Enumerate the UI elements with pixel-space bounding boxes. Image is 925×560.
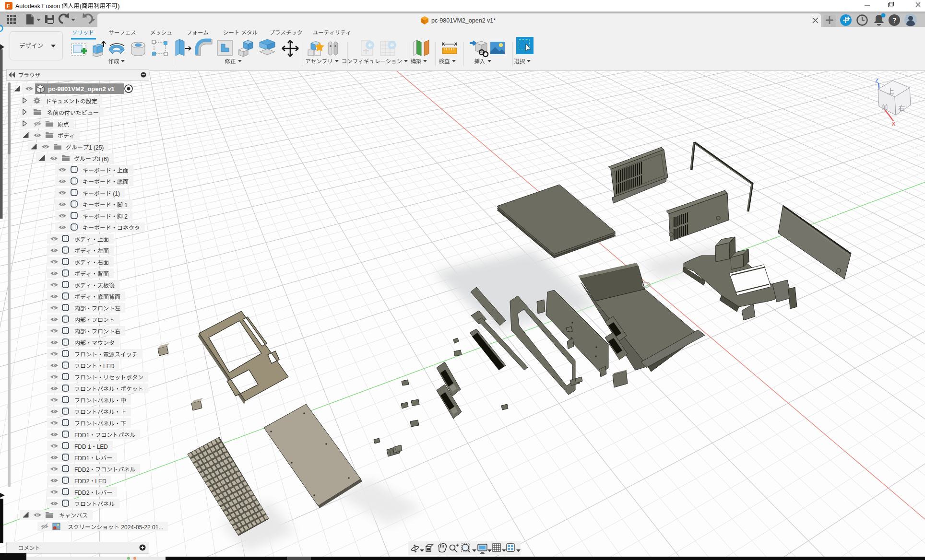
svg-text:LED: LED (97, 443, 108, 450)
svg-text:pc-9801VM2_open2 v1*: pc-9801VM2_open2 v1* (431, 17, 496, 24)
svg-text:1 (25): 1 (25) (89, 144, 104, 151)
svg-text:LED: LED (95, 478, 107, 485)
svg-text:Autodesk Fusion: Autodesk Fusion (15, 3, 62, 10)
svg-text:1: 1 (123, 202, 128, 209)
svg-text:FDD1: FDD1 (74, 455, 90, 462)
svg-text:FDD2: FDD2 (74, 467, 90, 473)
svg-text:pc-9801VM2_open2 v1: pc-9801VM2_open2 v1 (48, 85, 115, 93)
svg-text:FDD 1: FDD 1 (74, 443, 91, 450)
svg-text:?: ? (892, 16, 897, 24)
svg-text:2024-05-22 01...: 2024-05-22 01... (119, 524, 163, 531)
svg-text:2: 2 (123, 213, 128, 220)
svg-text:FDD2: FDD2 (74, 490, 90, 496)
svg-text:X: X (892, 121, 896, 127)
svg-text:FDD1: FDD1 (74, 432, 90, 439)
svg-text:Z: Z (875, 78, 878, 83)
svg-text:FDD2: FDD2 (74, 478, 90, 485)
svg-text:3 (6): 3 (6) (97, 156, 109, 163)
svg-text:): ) (118, 3, 119, 10)
svg-text:LED: LED (103, 363, 115, 370)
svg-text:(1): (1) (111, 190, 120, 197)
svg-text:F: F (7, 3, 10, 10)
